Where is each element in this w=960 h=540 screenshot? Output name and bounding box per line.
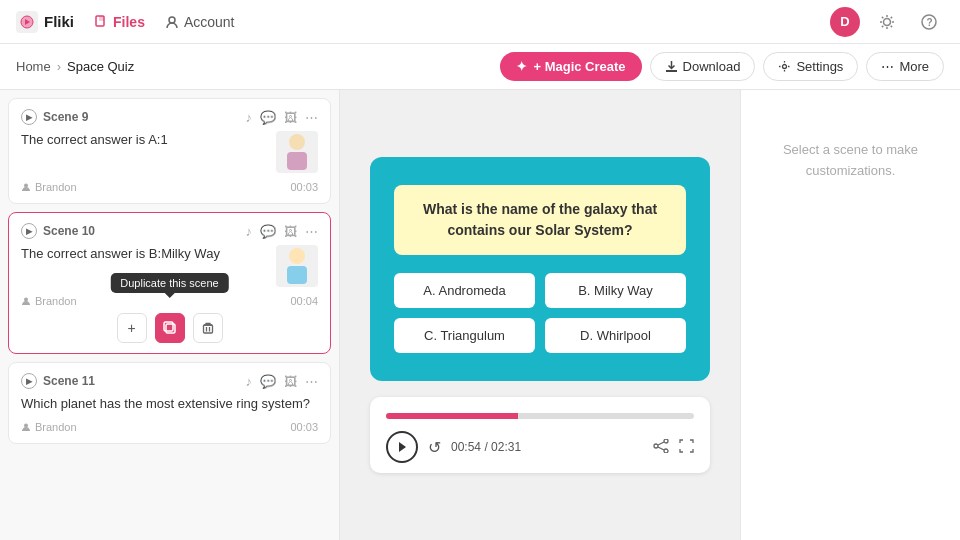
scene-time-10: 00:04 xyxy=(290,295,318,307)
logo-icon xyxy=(16,11,38,33)
nav-account[interactable]: Account xyxy=(165,14,235,30)
scene-text-10: The correct answer is B:Milky Way xyxy=(21,245,268,263)
scene-image-icon-10[interactable]: 🖼 xyxy=(284,224,297,239)
time-display: 00:54 / 02:31 xyxy=(451,440,521,454)
add-scene-button[interactable]: + xyxy=(117,313,147,343)
toolbar: Home › Space Quiz ✦ + Magic Create Downl… xyxy=(0,44,960,90)
more-dots-icon: ⋯ xyxy=(881,59,894,74)
scene-header-10: ▶ Scene 10 ♪ 💬 🖼 ⋯ xyxy=(21,223,318,239)
scene-menu-icon-9[interactable]: ⋯ xyxy=(305,110,318,125)
svg-rect-21 xyxy=(287,266,307,284)
fullscreen-button[interactable] xyxy=(679,439,694,456)
delete-scene-button[interactable] xyxy=(193,313,223,343)
quiz-option-b[interactable]: B. Milky Way xyxy=(545,273,686,308)
scene-actions-11: ♪ 💬 🖼 ⋯ xyxy=(246,374,319,389)
share-icon xyxy=(653,439,669,453)
svg-text:?: ? xyxy=(927,17,933,28)
scene-menu-icon-11[interactable]: ⋯ xyxy=(305,374,318,389)
author-icon-11 xyxy=(21,422,31,432)
player-controls: ↺ 00:54 / 02:31 xyxy=(386,431,694,463)
right-panel-message: Select a scene to make customizations. xyxy=(761,140,940,182)
help-button[interactable]: ? xyxy=(914,7,944,37)
files-icon xyxy=(94,15,108,29)
scene-music-icon-9[interactable]: ♪ xyxy=(246,110,253,125)
logo[interactable]: Fliki xyxy=(16,11,74,33)
svg-line-13 xyxy=(891,16,892,17)
more-button[interactable]: ⋯ More xyxy=(866,52,944,81)
player-bar: ↺ 00:54 / 02:31 xyxy=(370,397,710,473)
quiz-card: What is the name of the galaxy that cont… xyxy=(370,157,710,381)
play-icon-10[interactable]: ▶ xyxy=(21,223,37,239)
scene-text-9: The correct answer is A:1 xyxy=(21,131,268,149)
breadcrumb-home[interactable]: Home xyxy=(16,59,51,74)
scene-comment-icon-9[interactable]: 💬 xyxy=(260,110,276,125)
breadcrumb-separator: › xyxy=(57,59,61,74)
settings-button[interactable]: Settings xyxy=(763,52,858,81)
nav-files[interactable]: Files xyxy=(94,14,145,30)
settings-icon xyxy=(778,60,791,73)
magic-create-button[interactable]: ✦ + Magic Create xyxy=(500,52,641,81)
scene-menu-icon-10[interactable]: ⋯ xyxy=(305,224,318,239)
svg-marker-27 xyxy=(399,442,406,452)
scene-title-11: ▶ Scene 11 xyxy=(21,373,95,389)
quiz-option-d[interactable]: D. Whirlpool xyxy=(545,318,686,353)
play-icon-11[interactable]: ▶ xyxy=(21,373,37,389)
delete-icon xyxy=(201,321,215,335)
scene-author-11: Brandon xyxy=(21,421,77,433)
quiz-option-a[interactable]: A. Andromeda xyxy=(394,273,535,308)
sun-icon xyxy=(879,14,895,30)
scene-card-11[interactable]: ▶ Scene 11 ♪ 💬 🖼 ⋯ Which planet has the … xyxy=(8,362,331,444)
svg-line-32 xyxy=(658,447,664,450)
duplicate-scene-button[interactable] xyxy=(155,313,185,343)
svg-point-17 xyxy=(289,134,305,150)
scene-time-9: 00:03 xyxy=(290,181,318,193)
scene-card-10[interactable]: ▶ Scene 10 ♪ 💬 🖼 ⋯ The correct answer is… xyxy=(8,212,331,354)
svg-line-10 xyxy=(882,16,883,17)
svg-line-12 xyxy=(882,25,883,26)
play-icon-9[interactable]: ▶ xyxy=(21,109,37,125)
svg-point-16 xyxy=(783,65,787,69)
scene-music-icon-11[interactable]: ♪ xyxy=(246,374,253,389)
share-button[interactable] xyxy=(653,439,669,456)
scene-header-9: ▶ Scene 9 ♪ 💬 🖼 ⋯ xyxy=(21,109,318,125)
scene-title-10: ▶ Scene 10 xyxy=(21,223,95,239)
svg-point-4 xyxy=(169,17,175,23)
scene-author-10: Brandon xyxy=(21,295,77,307)
main-layout: ▶ Scene 9 ♪ 💬 🖼 ⋯ The correct answer is … xyxy=(0,90,960,540)
progress-bar[interactable] xyxy=(386,413,694,419)
svg-point-28 xyxy=(664,439,668,443)
svg-rect-3 xyxy=(99,16,104,21)
theme-toggle-button[interactable] xyxy=(872,7,902,37)
scene-image-icon-9[interactable]: 🖼 xyxy=(284,110,297,125)
scene-music-icon-10[interactable]: ♪ xyxy=(246,224,253,239)
scene-thumb-9 xyxy=(276,131,318,173)
svg-point-29 xyxy=(664,449,668,453)
help-icon: ? xyxy=(921,14,937,30)
svg-line-11 xyxy=(891,25,892,26)
quiz-question: What is the name of the galaxy that cont… xyxy=(394,185,686,255)
nav-right-actions: D ? xyxy=(830,7,944,37)
avatar[interactable]: D xyxy=(830,7,860,37)
download-button[interactable]: Download xyxy=(650,52,756,81)
scene-image-icon-11[interactable]: 🖼 xyxy=(284,374,297,389)
scene-comment-icon-11[interactable]: 💬 xyxy=(260,374,276,389)
play-triangle-icon xyxy=(397,441,407,453)
scene-card-9[interactable]: ▶ Scene 9 ♪ 💬 🖼 ⋯ The correct answer is … xyxy=(8,98,331,204)
breadcrumb: Home › Space Quiz xyxy=(16,59,134,74)
svg-point-20 xyxy=(289,248,305,264)
svg-point-30 xyxy=(654,444,658,448)
scene-header-11: ▶ Scene 11 ♪ 💬 🖼 ⋯ xyxy=(21,373,318,389)
quiz-option-c[interactable]: C. Triangulum xyxy=(394,318,535,353)
breadcrumb-current: Space Quiz xyxy=(67,59,134,74)
play-pause-button[interactable] xyxy=(386,431,418,463)
quiz-options: A. Andromeda B. Milky Way C. Triangulum … xyxy=(394,273,686,353)
svg-rect-25 xyxy=(203,325,212,333)
scene-body-9: The correct answer is A:1 xyxy=(21,131,318,173)
replay-button[interactable]: ↺ xyxy=(428,438,441,457)
scene-comment-icon-10[interactable]: 💬 xyxy=(260,224,276,239)
scene-body-11: Which planet has the most extensive ring… xyxy=(21,395,318,413)
preview-area: What is the name of the galaxy that cont… xyxy=(340,90,740,540)
scene-text-11: Which planet has the most extensive ring… xyxy=(21,395,318,413)
scene-footer-9: Brandon 00:03 xyxy=(21,181,318,193)
author-icon-10 xyxy=(21,296,31,306)
